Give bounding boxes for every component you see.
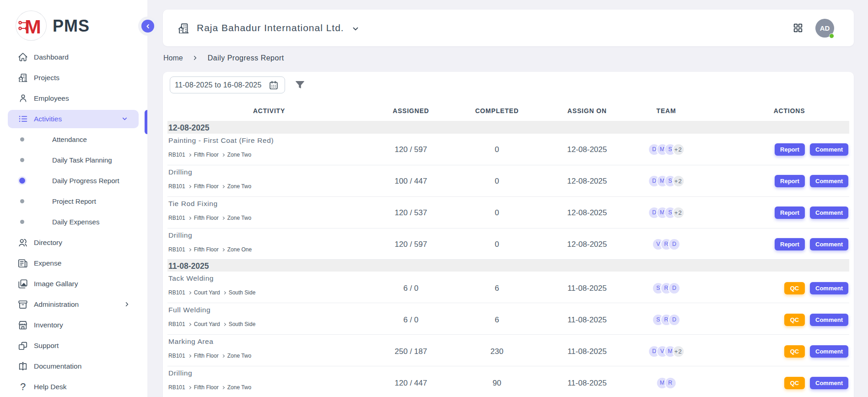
- svg-text:M: M: [25, 16, 41, 38]
